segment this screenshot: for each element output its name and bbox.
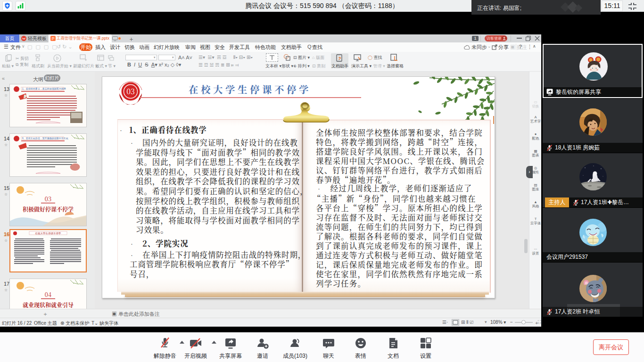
svg-text:03: 03 — [45, 194, 51, 203]
svg-text:积极做好停课不停学: 积极做好停课不停学 — [23, 205, 74, 213]
svg-text:P: P — [52, 36, 55, 41]
svg-text:就业现状和就业引导: 就业现状和就业引导 — [23, 301, 74, 309]
svg-text:1、坚持特色要义，意志科技强国有力保障: 1、坚持特色要义，意志科技强国有力保障 — [22, 87, 66, 90]
svg-text:03: 03 — [126, 86, 135, 97]
svg-text:在校大学生停课不停学: 在校大学生停课不停学 — [35, 232, 62, 235]
svg-text:04: 04 — [45, 290, 51, 299]
svg-text:6、坚持文化自信，筑牢越挑战创新中华文化: 6、坚持文化自信，筑牢越挑战创新中华文化 — [22, 137, 68, 140]
